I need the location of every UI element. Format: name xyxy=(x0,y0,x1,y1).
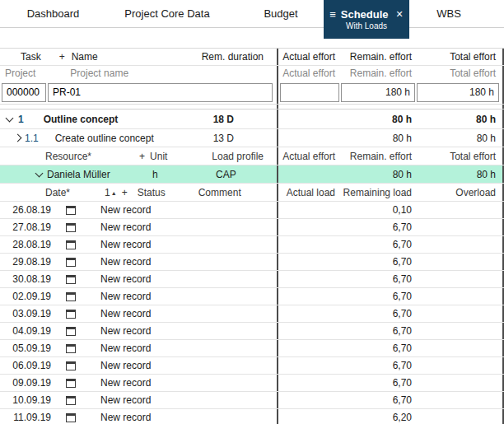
collapse-icon[interactable] xyxy=(35,169,44,177)
project-id-input[interactable] xyxy=(2,83,46,102)
tab-budget[interactable]: Budget xyxy=(238,0,324,27)
calendar-icon[interactable] xyxy=(66,292,76,301)
load-row[interactable]: 02.09.19 New record 6,70 xyxy=(0,288,504,305)
calendar-icon[interactable] xyxy=(66,258,76,267)
load-row[interactable]: 04.09.19 New record 6,70 xyxy=(0,323,504,340)
remaining-load-value: 6,70 xyxy=(342,291,418,302)
date-value: 27.08.19 xyxy=(10,221,51,233)
col-project: Project xyxy=(5,68,35,79)
task-rem-duration: 18 D xyxy=(213,114,277,125)
calendar-icon[interactable] xyxy=(66,206,76,215)
status-value: New record xyxy=(100,256,158,268)
load-row[interactable]: 05.09.19 New record 6,70 xyxy=(0,340,504,357)
task-row[interactable]: 1 Outline concept 18 D 80 h 80 h xyxy=(0,109,504,129)
load-row[interactable]: 11.09.19 New record 6,20 xyxy=(0,409,504,424)
calendar-icon[interactable] xyxy=(66,327,76,336)
status-value: New record xyxy=(100,204,158,216)
tab-label: Schedule xyxy=(341,8,389,21)
col-total-effort: Total effort xyxy=(418,68,502,79)
load-row[interactable]: 27.08.19 New record 6,70 xyxy=(0,219,504,236)
load-row[interactable]: 03.09.19 New record 6,70 xyxy=(0,305,504,323)
calendar-icon[interactable] xyxy=(66,344,76,353)
load-row[interactable]: 06.09.19 New record 6,70 xyxy=(0,357,504,375)
status-value: New record xyxy=(100,273,158,285)
add-resource-button[interactable]: + xyxy=(139,151,145,162)
status-value: New record xyxy=(100,239,158,250)
project-row: 180 h 180 h xyxy=(0,81,504,104)
date-value: 04.09.19 xyxy=(10,325,51,337)
col-project-name: Project name xyxy=(70,68,128,79)
col-total-effort: Total effort xyxy=(418,51,502,63)
add-task-button[interactable]: + xyxy=(59,51,65,63)
col-status: Status xyxy=(138,187,166,198)
tab-dashboard[interactable]: Dashboard xyxy=(10,0,96,27)
menu-icon[interactable]: ≡ xyxy=(329,9,336,20)
task-total-effort: 80 h xyxy=(418,114,502,125)
load-row[interactable]: 10.09.19 New record 6,70 xyxy=(0,392,504,409)
status-value: New record xyxy=(100,342,158,354)
col-actual-effort: Actual effort xyxy=(278,51,342,63)
col-actual-effort: Actual effort xyxy=(278,68,342,79)
expand-icon[interactable] xyxy=(14,134,22,142)
col-task: Task xyxy=(21,51,41,63)
calendar-icon[interactable] xyxy=(66,275,76,284)
load-row[interactable]: 28.08.19 New record 6,70 xyxy=(0,236,504,254)
col-remaining-load: Remaining load xyxy=(342,187,418,198)
remaining-load-value: 6,70 xyxy=(342,221,418,233)
calendar-icon[interactable] xyxy=(66,240,76,249)
sort-indicator[interactable]: 1▲ xyxy=(105,187,117,198)
task-name: Create outline concept xyxy=(55,133,154,144)
remaining-load-value: 6,20 xyxy=(342,412,418,423)
date-value: 11.09.19 xyxy=(10,412,51,423)
task-row[interactable]: 1.1 Create outline concept 13 D 80 h 80 … xyxy=(0,129,504,147)
calendar-icon[interactable] xyxy=(66,310,76,319)
col-total-effort: Total effort xyxy=(418,151,502,162)
status-value: New record xyxy=(100,221,158,233)
tab-label: Dashboard xyxy=(27,7,80,20)
collapse-icon[interactable] xyxy=(6,114,14,122)
date-value: 29.08.19 xyxy=(10,256,51,268)
calendar-icon[interactable] xyxy=(66,223,76,232)
add-load-record-button[interactable]: + xyxy=(122,187,128,198)
tab-wbs[interactable]: WBS xyxy=(409,0,488,27)
tab-bar: Dashboard Project Core Data Budget ≡ Sch… xyxy=(0,0,504,28)
col-date: Date* xyxy=(45,187,70,198)
load-row[interactable]: 26.08.19 New record 0,10 xyxy=(0,202,504,219)
status-value: New record xyxy=(100,412,158,423)
task-number: 1 xyxy=(18,114,24,125)
tab-schedule[interactable]: ≡ Schedule ✕ With Loads xyxy=(324,0,409,39)
col-unit: Unit xyxy=(150,151,167,162)
date-value: 05.09.19 xyxy=(10,342,51,354)
project-total-effort-cell[interactable]: 180 h xyxy=(417,83,499,102)
load-row[interactable]: 29.08.19 New record 6,70 xyxy=(0,254,504,271)
col-comment: Comment xyxy=(198,187,241,198)
project-name-input[interactable] xyxy=(48,83,273,102)
tab-label: Budget xyxy=(264,7,297,20)
remaining-load-value: 6,70 xyxy=(342,325,418,337)
date-value: 09.09.19 xyxy=(10,377,51,389)
close-icon[interactable]: ✕ xyxy=(396,9,404,20)
col-remain-effort: Remain. effort xyxy=(342,51,418,63)
date-value: 26.08.19 xyxy=(10,204,51,216)
load-row[interactable]: 09.09.19 New record 6,70 xyxy=(0,375,504,392)
project-header-row: Project Project name Actual effort Remai… xyxy=(0,66,504,81)
project-remain-effort-cell[interactable]: 180 h xyxy=(341,83,415,102)
resource-remain-effort: 80 h xyxy=(342,169,418,180)
calendar-icon[interactable] xyxy=(66,361,76,370)
calendar-icon[interactable] xyxy=(66,396,76,405)
load-table-header: Date* 1▲ + Status Comment Actual load Re… xyxy=(0,184,504,202)
calendar-icon[interactable] xyxy=(66,413,76,422)
section-separator xyxy=(0,104,504,109)
sort-number: 1 xyxy=(105,187,110,198)
load-row[interactable]: 30.08.19 New record 6,70 xyxy=(0,271,504,288)
date-value: 30.08.19 xyxy=(10,273,51,285)
status-value: New record xyxy=(100,394,158,406)
tab-project-core-data[interactable]: Project Core Data xyxy=(96,0,238,27)
calendar-icon[interactable] xyxy=(66,379,76,388)
resource-row-selected[interactable]: Daniela Müller h CAP 80 h 80 h xyxy=(0,165,504,184)
project-actual-effort-cell[interactable] xyxy=(280,83,339,102)
resource-total-effort: 80 h xyxy=(418,169,502,180)
date-value: 02.09.19 xyxy=(10,291,51,302)
schedule-table: Task + Name Rem. duration Actual effort … xyxy=(0,48,504,424)
resource-name: Daniela Müller xyxy=(47,169,152,180)
